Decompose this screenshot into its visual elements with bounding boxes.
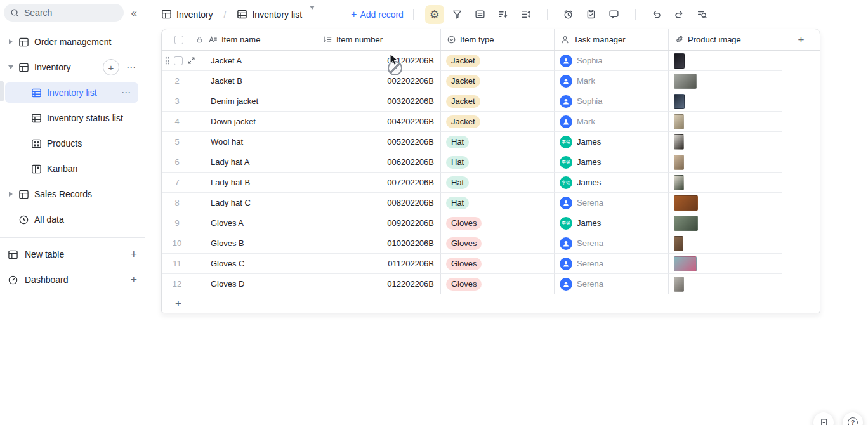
cell-item-number[interactable]: 004202206B [317, 112, 441, 132]
row-checkbox[interactable] [174, 56, 183, 65]
more-actions-icon[interactable]: ⋯ [119, 87, 133, 98]
row-height-button[interactable] [516, 5, 536, 24]
cell-product-image[interactable] [669, 51, 782, 71]
cell-product-image[interactable] [669, 71, 782, 91]
expand-record-icon[interactable] [187, 56, 195, 65]
cell-item-type[interactable]: Hat [441, 173, 555, 193]
cell-item-type[interactable]: Jacket [441, 91, 555, 112]
search-input[interactable]: Search [4, 4, 124, 22]
cell-task-manager[interactable]: Serena [555, 274, 669, 294]
automation-button[interactable] [559, 5, 578, 24]
product-image-thumbnail[interactable] [674, 175, 684, 190]
cell-item-number[interactable]: 008202206B [317, 193, 441, 213]
sidebar-item-kanban[interactable]: Kanban [0, 156, 145, 181]
add-table-button[interactable]: + [130, 248, 137, 261]
cell-item-number[interactable]: 003202206B [317, 91, 441, 112]
caret-right-icon[interactable] [8, 39, 13, 44]
cell-item-name[interactable]: 3 Denim jacket [162, 91, 317, 112]
caret-right-icon[interactable] [8, 192, 13, 197]
sidebar-item-order-management[interactable]: Order management [0, 29, 145, 55]
cell-item-type[interactable]: Gloves [441, 233, 555, 254]
cell-item-type[interactable]: Jacket [441, 71, 555, 91]
sidebar-new-table[interactable]: New table + [0, 242, 145, 267]
select-all-checkbox[interactable] [174, 36, 183, 44]
sort-button[interactable] [494, 5, 513, 24]
undo-button[interactable] [647, 5, 666, 24]
product-image-thumbnail[interactable] [674, 195, 698, 211]
add-record-button[interactable]: + Add record [351, 9, 404, 20]
cell-task-manager[interactable]: Sophia [555, 91, 669, 112]
breadcrumb-base[interactable]: Inventory [176, 10, 213, 20]
add-dashboard-button[interactable]: + [130, 273, 137, 287]
cell-item-number[interactable]: 011202206B [317, 254, 441, 274]
cell-item-name[interactable]: 11 Gloves C [162, 254, 317, 274]
product-image-thumbnail[interactable] [674, 277, 684, 292]
cell-task-manager[interactable]: 李铭 James [555, 173, 669, 193]
cell-item-number[interactable]: 007202206B [317, 173, 441, 193]
cell-item-name[interactable]: 12 Gloves D [162, 274, 317, 294]
cell-item-number[interactable]: 005202206B [317, 132, 441, 152]
cell-item-number[interactable]: 002202206B [317, 71, 441, 91]
table-row[interactable]: Jacket A 001202206B Jacket Sophia [162, 51, 820, 71]
column-header-item-number[interactable]: Item number [317, 29, 441, 50]
table-row[interactable]: 2 Jacket B 002202206B Jacket Mark [162, 71, 820, 91]
product-image-thumbnail[interactable] [674, 256, 697, 271]
view-switch-caret-icon[interactable] [310, 10, 315, 20]
product-image-thumbnail[interactable] [674, 74, 697, 89]
cell-product-image[interactable] [669, 132, 782, 152]
cell-product-image[interactable] [669, 91, 782, 112]
sidebar-dashboard[interactable]: Dashboard + [0, 267, 145, 292]
table-row[interactable]: 6 Lady hat A 006202206B Hat 李铭 James [162, 152, 820, 173]
table-row[interactable]: 11 Gloves C 011202206B Gloves Serena [162, 254, 820, 274]
sidebar-item-all-data[interactable]: All data [0, 207, 145, 232]
table-row[interactable]: 8 Lady hat C 008202206B Hat Serena [162, 193, 820, 213]
table-row[interactable]: 7 Lady hat B 007202206B Hat 李铭 James [162, 173, 820, 193]
cell-item-name[interactable]: 5 Wool hat [162, 132, 317, 152]
table-row[interactable]: 4 Down jacket 004202206B Jacket Mark [162, 112, 820, 132]
filter-button[interactable] [448, 5, 467, 24]
cell-item-name[interactable]: 6 Lady hat A [162, 152, 317, 173]
cell-item-name[interactable]: 9 Gloves A [162, 213, 317, 233]
cell-task-manager[interactable]: 李铭 James [555, 152, 669, 173]
cell-item-type[interactable]: Hat [441, 132, 555, 152]
cell-item-type[interactable]: Hat [441, 152, 555, 173]
cell-item-name[interactable]: 8 Lady hat C [162, 193, 317, 213]
table-row[interactable]: 3 Denim jacket 003202206B Jacket Sophia [162, 91, 820, 112]
redo-button[interactable] [670, 5, 689, 24]
breadcrumb-current-view[interactable]: Inventory list [252, 10, 302, 20]
sidebar-item-sales-records[interactable]: Sales Records [0, 181, 145, 207]
cell-item-type[interactable]: Gloves [441, 254, 555, 274]
cell-task-manager[interactable]: Mark [555, 112, 669, 132]
sidebar-item-inventory-list[interactable]: Inventory list ⋯ [0, 80, 145, 105]
column-header-product-image[interactable]: Product image [669, 29, 782, 50]
sidebar-item-products[interactable]: Products [0, 131, 145, 156]
product-image-thumbnail[interactable] [674, 134, 684, 150]
product-image-thumbnail[interactable] [674, 216, 698, 231]
cell-item-number[interactable]: 010202206B [317, 233, 441, 254]
group-button[interactable] [471, 5, 490, 24]
cell-item-type[interactable]: Jacket [441, 112, 555, 132]
cell-item-name[interactable]: 2 Jacket B [162, 71, 317, 91]
cell-task-manager[interactable]: Serena [555, 254, 669, 274]
cell-product-image[interactable] [669, 254, 782, 274]
cell-item-type[interactable]: Gloves [441, 213, 555, 233]
cell-item-type[interactable]: Hat [441, 193, 555, 213]
search-records-button[interactable] [693, 5, 712, 24]
cell-item-number[interactable]: 009202206B [317, 213, 441, 233]
column-header-item-name[interactable]: Item name [162, 29, 317, 50]
cell-product-image[interactable] [669, 193, 782, 213]
field-settings-button[interactable]: ⚙ [425, 5, 444, 24]
product-image-thumbnail[interactable] [674, 94, 685, 109]
cell-item-name[interactable]: 7 Lady hat B [162, 173, 317, 193]
column-header-item-type[interactable]: Item type [441, 29, 555, 50]
cell-task-manager[interactable]: 李铭 James [555, 132, 669, 152]
cell-product-image[interactable] [669, 112, 782, 132]
cell-item-name[interactable]: 10 Gloves B [162, 233, 317, 254]
cell-item-number[interactable]: 006202206B [317, 152, 441, 173]
add-view-button[interactable]: + [103, 59, 119, 75]
comments-button[interactable] [605, 5, 624, 24]
product-image-thumbnail[interactable] [674, 53, 685, 69]
product-image-thumbnail[interactable] [674, 155, 684, 170]
cell-product-image[interactable] [669, 233, 782, 254]
cell-task-manager[interactable]: Serena [555, 193, 669, 213]
